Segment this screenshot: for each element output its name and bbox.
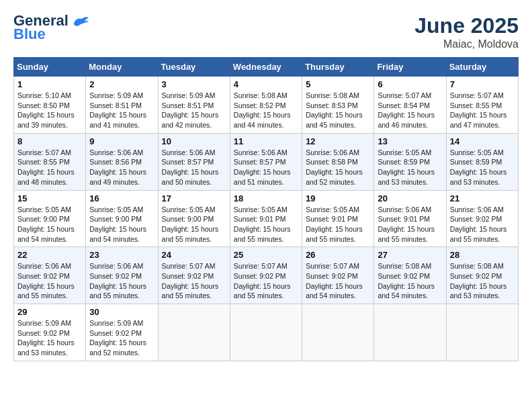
weekday-header-friday: Friday	[374, 58, 446, 77]
calendar-cell: 19Sunrise: 5:05 AM Sunset: 9:01 PM Dayli…	[302, 190, 374, 247]
calendar-cell: 16Sunrise: 5:05 AM Sunset: 9:00 PM Dayli…	[86, 190, 158, 247]
day-number: 9	[89, 136, 154, 146]
calendar-cell: 20Sunrise: 5:06 AM Sunset: 9:01 PM Dayli…	[374, 190, 446, 247]
day-number: 29	[17, 307, 82, 317]
calendar-cell: 28Sunrise: 5:08 AM Sunset: 9:02 PM Dayli…	[446, 247, 518, 304]
calendar-cell: 30Sunrise: 5:09 AM Sunset: 9:02 PM Dayli…	[86, 304, 158, 361]
calendar-week-row-2: 8Sunrise: 5:07 AM Sunset: 8:55 PM Daylig…	[14, 133, 519, 190]
calendar-cell: 10Sunrise: 5:06 AM Sunset: 8:57 PM Dayli…	[158, 133, 230, 190]
day-number: 2	[89, 79, 154, 89]
logo: General Blue	[13, 13, 90, 42]
day-number: 20	[378, 193, 442, 203]
day-info: Sunrise: 5:05 AM Sunset: 9:00 PM Dayligh…	[89, 205, 154, 244]
day-number: 21	[450, 193, 515, 203]
day-info: Sunrise: 5:05 AM Sunset: 9:01 PM Dayligh…	[234, 205, 298, 244]
logo-bird-icon	[71, 13, 90, 28]
day-info: Sunrise: 5:06 AM Sunset: 9:02 PM Dayligh…	[89, 261, 154, 301]
day-info: Sunrise: 5:07 AM Sunset: 9:02 PM Dayligh…	[306, 261, 370, 301]
day-number: 1	[17, 79, 82, 89]
day-number: 23	[89, 250, 154, 260]
weekday-header-sunday: Sunday	[14, 58, 86, 77]
day-number: 19	[306, 193, 370, 203]
day-number: 25	[234, 250, 298, 260]
day-info: Sunrise: 5:09 AM Sunset: 8:51 PM Dayligh…	[162, 91, 226, 130]
location: Maiac, Moldova	[414, 38, 519, 50]
day-number: 17	[162, 193, 226, 203]
day-info: Sunrise: 5:05 AM Sunset: 8:59 PM Dayligh…	[450, 148, 515, 187]
weekday-header-row: SundayMondayTuesdayWednesdayThursdayFrid…	[14, 58, 519, 77]
calendar-cell	[446, 304, 518, 361]
day-info: Sunrise: 5:06 AM Sunset: 9:02 PM Dayligh…	[450, 205, 515, 244]
calendar-cell: 15Sunrise: 5:05 AM Sunset: 9:00 PM Dayli…	[14, 190, 86, 247]
calendar-cell: 14Sunrise: 5:05 AM Sunset: 8:59 PM Dayli…	[446, 133, 518, 190]
calendar-cell: 4Sunrise: 5:08 AM Sunset: 8:52 PM Daylig…	[230, 77, 302, 134]
day-info: Sunrise: 5:05 AM Sunset: 9:00 PM Dayligh…	[162, 205, 226, 244]
calendar-cell: 3Sunrise: 5:09 AM Sunset: 8:51 PM Daylig…	[158, 77, 230, 134]
day-number: 7	[450, 79, 515, 89]
calendar-cell: 29Sunrise: 5:09 AM Sunset: 9:02 PM Dayli…	[14, 304, 86, 361]
calendar-week-row-3: 15Sunrise: 5:05 AM Sunset: 9:00 PM Dayli…	[14, 190, 519, 247]
calendar-cell: 22Sunrise: 5:06 AM Sunset: 9:02 PM Dayli…	[14, 247, 86, 304]
day-info: Sunrise: 5:08 AM Sunset: 9:02 PM Dayligh…	[450, 261, 515, 301]
day-number: 18	[234, 193, 298, 203]
day-number: 16	[89, 193, 154, 203]
day-info: Sunrise: 5:09 AM Sunset: 9:02 PM Dayligh…	[17, 318, 82, 358]
day-number: 6	[378, 79, 442, 89]
calendar-week-row-5: 29Sunrise: 5:09 AM Sunset: 9:02 PM Dayli…	[14, 304, 519, 361]
day-number: 24	[162, 250, 226, 260]
day-info: Sunrise: 5:05 AM Sunset: 9:00 PM Dayligh…	[17, 205, 82, 244]
title-block: June 2025 Maiac, Moldova	[414, 13, 519, 50]
day-info: Sunrise: 5:08 AM Sunset: 8:53 PM Dayligh…	[306, 91, 370, 130]
calendar-cell	[302, 304, 374, 361]
logo-blue-text: Blue	[13, 27, 46, 42]
calendar-cell	[158, 304, 230, 361]
day-number: 12	[306, 136, 370, 146]
calendar-cell: 23Sunrise: 5:06 AM Sunset: 9:02 PM Dayli…	[86, 247, 158, 304]
weekday-header-saturday: Saturday	[446, 58, 518, 77]
calendar-cell	[374, 304, 446, 361]
day-number: 3	[162, 79, 226, 89]
day-number: 13	[378, 136, 442, 146]
day-info: Sunrise: 5:05 AM Sunset: 9:01 PM Dayligh…	[306, 205, 370, 244]
day-info: Sunrise: 5:07 AM Sunset: 9:02 PM Dayligh…	[234, 261, 298, 301]
day-number: 4	[234, 79, 298, 89]
calendar-table: SundayMondayTuesdayWednesdayThursdayFrid…	[13, 57, 519, 361]
calendar-cell: 12Sunrise: 5:06 AM Sunset: 8:58 PM Dayli…	[302, 133, 374, 190]
calendar-cell: 24Sunrise: 5:07 AM Sunset: 9:02 PM Dayli…	[158, 247, 230, 304]
day-info: Sunrise: 5:05 AM Sunset: 8:59 PM Dayligh…	[378, 148, 442, 187]
day-info: Sunrise: 5:09 AM Sunset: 9:02 PM Dayligh…	[89, 318, 154, 358]
month-title: June 2025	[414, 13, 519, 38]
day-info: Sunrise: 5:09 AM Sunset: 8:51 PM Dayligh…	[89, 91, 154, 130]
day-info: Sunrise: 5:06 AM Sunset: 9:02 PM Dayligh…	[17, 261, 82, 301]
day-info: Sunrise: 5:07 AM Sunset: 8:55 PM Dayligh…	[450, 91, 515, 130]
day-info: Sunrise: 5:06 AM Sunset: 8:56 PM Dayligh…	[89, 148, 154, 187]
day-info: Sunrise: 5:10 AM Sunset: 8:50 PM Dayligh…	[17, 91, 82, 130]
calendar-cell: 7Sunrise: 5:07 AM Sunset: 8:55 PM Daylig…	[446, 77, 518, 134]
weekday-header-thursday: Thursday	[302, 58, 374, 77]
day-number: 30	[89, 307, 154, 317]
day-info: Sunrise: 5:08 AM Sunset: 8:52 PM Dayligh…	[234, 91, 298, 130]
page-header: General Blue June 2025 Maiac, Moldova	[13, 13, 519, 50]
weekday-header-monday: Monday	[86, 58, 158, 77]
calendar-cell: 17Sunrise: 5:05 AM Sunset: 9:00 PM Dayli…	[158, 190, 230, 247]
calendar-cell: 25Sunrise: 5:07 AM Sunset: 9:02 PM Dayli…	[230, 247, 302, 304]
calendar-week-row-4: 22Sunrise: 5:06 AM Sunset: 9:02 PM Dayli…	[14, 247, 519, 304]
day-info: Sunrise: 5:06 AM Sunset: 8:57 PM Dayligh…	[162, 148, 226, 187]
calendar-cell: 11Sunrise: 5:06 AM Sunset: 8:57 PM Dayli…	[230, 133, 302, 190]
calendar-cell: 5Sunrise: 5:08 AM Sunset: 8:53 PM Daylig…	[302, 77, 374, 134]
calendar-week-row-1: 1Sunrise: 5:10 AM Sunset: 8:50 PM Daylig…	[14, 77, 519, 134]
calendar-cell: 1Sunrise: 5:10 AM Sunset: 8:50 PM Daylig…	[14, 77, 86, 134]
calendar-cell: 13Sunrise: 5:05 AM Sunset: 8:59 PM Dayli…	[374, 133, 446, 190]
weekday-header-wednesday: Wednesday	[230, 58, 302, 77]
day-info: Sunrise: 5:06 AM Sunset: 8:57 PM Dayligh…	[234, 148, 298, 187]
day-info: Sunrise: 5:06 AM Sunset: 8:58 PM Dayligh…	[306, 148, 370, 187]
day-number: 11	[234, 136, 298, 146]
calendar-cell: 2Sunrise: 5:09 AM Sunset: 8:51 PM Daylig…	[86, 77, 158, 134]
calendar-cell: 27Sunrise: 5:08 AM Sunset: 9:02 PM Dayli…	[374, 247, 446, 304]
day-number: 5	[306, 79, 370, 89]
day-number: 8	[17, 136, 82, 146]
day-number: 22	[17, 250, 82, 260]
calendar-cell: 9Sunrise: 5:06 AM Sunset: 8:56 PM Daylig…	[86, 133, 158, 190]
day-info: Sunrise: 5:06 AM Sunset: 9:01 PM Dayligh…	[378, 205, 442, 244]
day-info: Sunrise: 5:08 AM Sunset: 9:02 PM Dayligh…	[378, 261, 442, 301]
